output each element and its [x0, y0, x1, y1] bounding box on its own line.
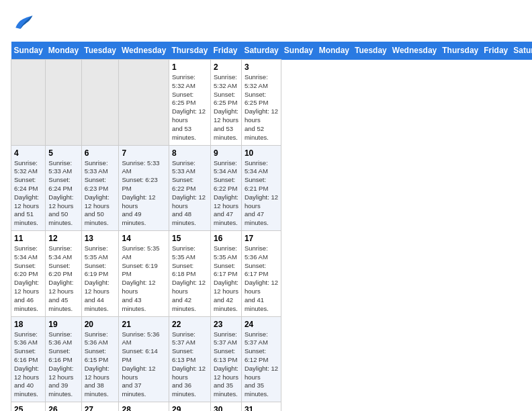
- day-number: 19: [48, 320, 78, 329]
- calendar-cell: 5Sunrise: 5:33 AM Sunset: 6:24 PM Daylig…: [46, 145, 81, 231]
- header-day-thursday: Thursday: [439, 42, 481, 60]
- header-day-saturday: Saturday: [241, 42, 281, 60]
- day-number: 9: [214, 148, 238, 158]
- day-number: 18: [14, 320, 42, 329]
- day-number: 1: [172, 62, 208, 72]
- calendar-cell: 13Sunrise: 5:35 AM Sunset: 6:19 PM Dayli…: [81, 231, 119, 317]
- cell-info: Sunrise: 5:32 AM Sunset: 6:25 PM Dayligh…: [172, 73, 208, 142]
- day-number: 26: [48, 405, 78, 411]
- calendar-cell: 15Sunrise: 5:35 AM Sunset: 6:18 PM Dayli…: [169, 231, 210, 317]
- header-day-friday: Friday: [481, 42, 511, 60]
- header-day-tuesday: Tuesday: [352, 42, 390, 60]
- day-number: 30: [214, 405, 238, 411]
- cell-info: Sunrise: 5:37 AM Sunset: 6:13 PM Dayligh…: [172, 330, 208, 400]
- calendar-body: 1Sunrise: 5:32 AM Sunset: 6:25 PM Daylig…: [11, 60, 533, 412]
- header-day-saturday: Saturday: [511, 42, 532, 60]
- calendar-cell: 20Sunrise: 5:36 AM Sunset: 6:15 PM Dayli…: [81, 316, 119, 402]
- page-header: [11, 11, 521, 35]
- calendar-cell: 18Sunrise: 5:36 AM Sunset: 6:16 PM Dayli…: [11, 316, 46, 402]
- calendar-cell: 7Sunrise: 5:33 AM Sunset: 6:23 PM Daylig…: [119, 145, 169, 231]
- day-number: 4: [14, 148, 42, 158]
- day-number: 7: [122, 148, 165, 158]
- calendar-cell: 8Sunrise: 5:33 AM Sunset: 6:22 PM Daylig…: [169, 145, 210, 231]
- header-day-friday: Friday: [210, 42, 241, 60]
- header-day-tuesday: Tuesday: [81, 42, 119, 60]
- calendar-cell: 9Sunrise: 5:34 AM Sunset: 6:22 PM Daylig…: [210, 145, 241, 231]
- calendar-cell: 14Sunrise: 5:35 AM Sunset: 6:19 PM Dayli…: [119, 231, 169, 317]
- header-day-wednesday: Wednesday: [390, 42, 439, 60]
- calendar-week-1: 1Sunrise: 5:32 AM Sunset: 6:25 PM Daylig…: [11, 60, 533, 146]
- day-number: 17: [245, 234, 278, 243]
- calendar-cell: 22Sunrise: 5:37 AM Sunset: 6:13 PM Dayli…: [169, 316, 210, 402]
- header-row: SundayMondayTuesdayWednesdayThursdayFrid…: [11, 42, 533, 60]
- cell-info: Sunrise: 5:34 AM Sunset: 6:21 PM Dayligh…: [245, 159, 278, 228]
- day-number: 22: [172, 320, 208, 329]
- cell-info: Sunrise: 5:35 AM Sunset: 6:19 PM Dayligh…: [122, 244, 165, 314]
- calendar-cell: 19Sunrise: 5:36 AM Sunset: 6:16 PM Dayli…: [46, 316, 81, 402]
- day-number: 11: [14, 234, 42, 243]
- cell-info: Sunrise: 5:37 AM Sunset: 6:13 PM Dayligh…: [214, 330, 238, 400]
- header-day-monday: Monday: [316, 42, 352, 60]
- day-number: 27: [85, 405, 116, 411]
- calendar-cell: [11, 60, 46, 146]
- cell-info: Sunrise: 5:33 AM Sunset: 6:23 PM Dayligh…: [122, 159, 165, 228]
- day-number: 16: [214, 234, 238, 243]
- calendar-cell: 17Sunrise: 5:36 AM Sunset: 6:17 PM Dayli…: [241, 231, 281, 317]
- day-number: 2: [214, 62, 238, 72]
- day-number: 28: [122, 405, 165, 411]
- calendar-week-4: 18Sunrise: 5:36 AM Sunset: 6:16 PM Dayli…: [11, 316, 533, 402]
- header-day-monday: Monday: [46, 42, 81, 60]
- calendar-cell: 12Sunrise: 5:34 AM Sunset: 6:20 PM Dayli…: [46, 231, 81, 317]
- day-number: 20: [85, 320, 116, 329]
- calendar-cell: 23Sunrise: 5:37 AM Sunset: 6:13 PM Dayli…: [210, 316, 241, 402]
- day-number: 25: [14, 405, 42, 411]
- calendar-cell: 25Sunrise: 5:37 AM Sunset: 6:11 PM Dayli…: [11, 402, 46, 412]
- day-number: 3: [245, 62, 278, 72]
- calendar-cell: 10Sunrise: 5:34 AM Sunset: 6:21 PM Dayli…: [241, 145, 281, 231]
- cell-info: Sunrise: 5:35 AM Sunset: 6:18 PM Dayligh…: [172, 244, 208, 314]
- calendar-cell: 21Sunrise: 5:36 AM Sunset: 6:14 PM Dayli…: [119, 316, 169, 402]
- day-number: 12: [48, 234, 78, 243]
- cell-info: Sunrise: 5:36 AM Sunset: 6:16 PM Dayligh…: [48, 330, 78, 400]
- cell-info: Sunrise: 5:36 AM Sunset: 6:16 PM Dayligh…: [14, 330, 42, 400]
- calendar-cell: 4Sunrise: 5:32 AM Sunset: 6:24 PM Daylig…: [11, 145, 46, 231]
- logo: [11, 11, 38, 35]
- calendar-cell: 28Sunrise: 5:38 AM Sunset: 6:09 PM Dayli…: [119, 402, 169, 412]
- cell-info: Sunrise: 5:36 AM Sunset: 6:17 PM Dayligh…: [245, 244, 278, 314]
- cell-info: Sunrise: 5:36 AM Sunset: 6:14 PM Dayligh…: [122, 330, 165, 400]
- day-number: 24: [245, 320, 278, 329]
- cell-info: Sunrise: 5:33 AM Sunset: 6:22 PM Dayligh…: [172, 159, 208, 228]
- calendar-table: SundayMondayTuesdayWednesdayThursdayFrid…: [11, 42, 532, 411]
- cell-info: Sunrise: 5:35 AM Sunset: 6:19 PM Dayligh…: [85, 244, 116, 314]
- cell-info: Sunrise: 5:34 AM Sunset: 6:20 PM Dayligh…: [48, 244, 78, 314]
- day-number: 8: [172, 148, 208, 158]
- cell-info: Sunrise: 5:36 AM Sunset: 6:15 PM Dayligh…: [85, 330, 116, 400]
- calendar-cell: 3Sunrise: 5:32 AM Sunset: 6:25 PM Daylig…: [241, 60, 281, 146]
- calendar-header: SundayMondayTuesdayWednesdayThursdayFrid…: [11, 42, 533, 60]
- day-number: 15: [172, 234, 208, 243]
- calendar-cell: 1Sunrise: 5:32 AM Sunset: 6:25 PM Daylig…: [169, 60, 210, 146]
- header-day-thursday: Thursday: [169, 42, 210, 60]
- header-day-sunday: Sunday: [11, 42, 46, 60]
- cell-info: Sunrise: 5:33 AM Sunset: 6:24 PM Dayligh…: [48, 159, 78, 228]
- cell-info: Sunrise: 5:33 AM Sunset: 6:23 PM Dayligh…: [85, 159, 116, 228]
- header-day-wednesday: Wednesday: [119, 42, 169, 60]
- header-day-sunday: Sunday: [281, 42, 316, 60]
- logo-icon: [11, 11, 35, 35]
- cell-info: Sunrise: 5:34 AM Sunset: 6:20 PM Dayligh…: [14, 244, 42, 314]
- cell-info: Sunrise: 5:34 AM Sunset: 6:22 PM Dayligh…: [214, 159, 238, 228]
- cell-info: Sunrise: 5:32 AM Sunset: 6:24 PM Dayligh…: [14, 159, 42, 228]
- calendar-cell: 6Sunrise: 5:33 AM Sunset: 6:23 PM Daylig…: [81, 145, 119, 231]
- calendar-cell: 30Sunrise: 5:38 AM Sunset: 6:08 PM Dayli…: [210, 402, 241, 412]
- day-number: 31: [245, 405, 278, 411]
- cell-info: Sunrise: 5:35 AM Sunset: 6:17 PM Dayligh…: [214, 244, 238, 314]
- cell-info: Sunrise: 5:32 AM Sunset: 6:25 PM Dayligh…: [214, 73, 238, 142]
- day-number: 21: [122, 320, 165, 329]
- calendar-cell: 2Sunrise: 5:32 AM Sunset: 6:25 PM Daylig…: [210, 60, 241, 146]
- day-number: 29: [172, 405, 208, 411]
- calendar-week-3: 11Sunrise: 5:34 AM Sunset: 6:20 PM Dayli…: [11, 231, 533, 317]
- day-number: 10: [245, 148, 278, 158]
- calendar-cell: [81, 60, 119, 146]
- cell-info: Sunrise: 5:32 AM Sunset: 6:25 PM Dayligh…: [245, 73, 278, 142]
- calendar-week-2: 4Sunrise: 5:32 AM Sunset: 6:24 PM Daylig…: [11, 145, 533, 231]
